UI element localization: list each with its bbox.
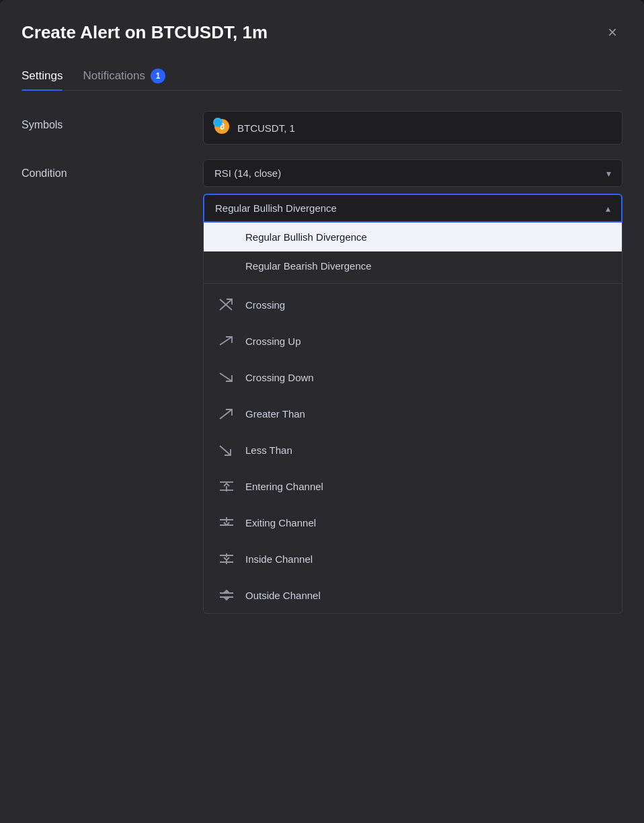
crossing-up-icon <box>217 331 236 350</box>
btc-icon-wrap: ₿ 🌐 <box>214 119 232 136</box>
condition-select[interactable]: RSI (14, close) ▾ <box>203 159 622 187</box>
modal-title: Create Alert on BTCUSDT, 1m <box>22 22 268 43</box>
divergence-select[interactable]: Regular Bullish Divergence ▴ <box>203 194 622 223</box>
dropdown-item-inside-channel[interactable]: Inside Channel <box>204 541 622 577</box>
divider-1 <box>204 283 622 284</box>
svg-line-5 <box>220 446 231 455</box>
crossing-down-icon <box>217 368 236 387</box>
symbols-control: ₿ 🌐 BTCUSDT, 1 <box>203 111 622 145</box>
dropdown-item-crossing[interactable]: Crossing <box>204 286 622 323</box>
symbols-label: Symbols <box>22 111 203 131</box>
close-button[interactable]: × <box>602 22 622 43</box>
globe-badge: 🌐 <box>213 118 223 127</box>
svg-line-4 <box>220 409 232 419</box>
dropdown-item-less-than[interactable]: Less Than <box>204 432 622 468</box>
dropdown-item-exiting-channel[interactable]: Exiting Channel <box>204 504 622 541</box>
modal-header: Create Alert on BTCUSDT, 1m × <box>22 22 622 43</box>
dropdown-item-crossing-down[interactable]: Crossing Down <box>204 359 622 395</box>
inside-channel-icon <box>217 549 236 568</box>
condition-label: Condition <box>22 159 203 180</box>
condition-control: RSI (14, close) ▾ Regular Bullish Diverg… <box>203 159 622 223</box>
entering-channel-icon <box>217 477 236 496</box>
dropdown-item-greater-than[interactable]: Greater Than <box>204 395 622 432</box>
chevron-down-icon: ▾ <box>606 168 611 179</box>
notification-badge: 1 <box>151 69 165 83</box>
tab-settings[interactable]: Settings <box>22 62 63 90</box>
symbols-input[interactable]: ₿ 🌐 BTCUSDT, 1 <box>203 111 622 145</box>
dropdown-item-regular-bearish[interactable]: Regular Bearish Divergence <box>204 251 622 280</box>
svg-line-3 <box>220 373 232 381</box>
outside-channel-icon <box>217 586 236 604</box>
condition-row: Condition RSI (14, close) ▾ Regular Bull… <box>22 159 622 614</box>
symbols-row: Symbols ₿ 🌐 BTCUSDT, 1 <box>22 111 622 145</box>
dropdown-item-regular-bullish[interactable]: Regular Bullish Divergence <box>204 223 622 251</box>
dropdown-item-entering-channel[interactable]: Entering Channel <box>204 468 622 504</box>
condition-dropdown: Regular Bullish Divergence Regular Beari… <box>203 223 622 614</box>
exiting-channel-icon <box>217 513 236 532</box>
tab-notifications[interactable]: Notifications 1 <box>83 62 165 90</box>
greater-than-icon <box>217 404 236 423</box>
dropdown-item-outside-channel[interactable]: Outside Channel <box>204 577 622 613</box>
create-alert-modal: Create Alert on BTCUSDT, 1m × Settings N… <box>0 0 644 823</box>
less-than-icon <box>217 440 236 459</box>
chevron-up-icon: ▴ <box>606 203 610 214</box>
crossing-icon <box>217 295 236 314</box>
svg-line-2 <box>220 337 232 345</box>
dropdown-item-crossing-up[interactable]: Crossing Up <box>204 323 622 359</box>
tabs-container: Settings Notifications 1 <box>22 62 622 91</box>
